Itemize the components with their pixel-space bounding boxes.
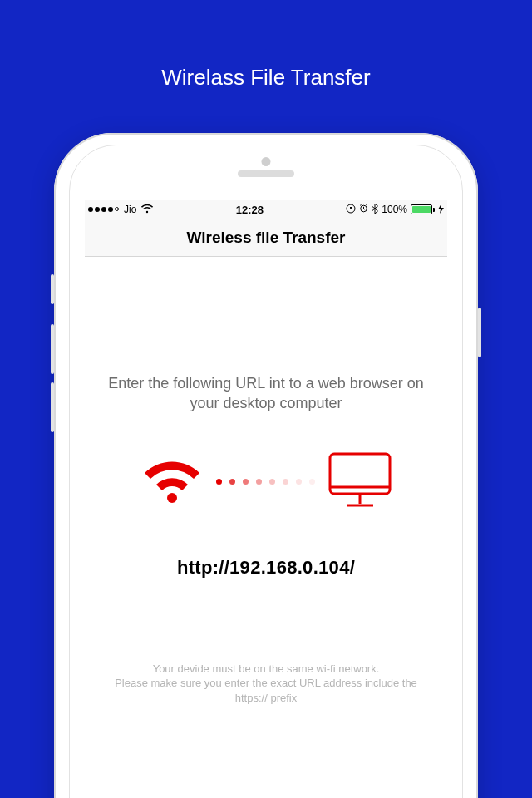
wifi-icon — [141, 204, 153, 216]
battery-icon — [411, 204, 435, 214]
speaker-grille — [238, 170, 294, 177]
monitor-icon — [327, 451, 393, 514]
front-camera — [262, 157, 271, 166]
carrier-label: Jio — [124, 204, 136, 215]
battery-percentage: 100% — [382, 204, 407, 215]
phone-frame: Jio 12:28 100% — [54, 133, 478, 798]
transfer-graphic — [103, 451, 429, 514]
mute-switch — [51, 274, 54, 304]
bluetooth-icon — [372, 204, 378, 216]
signal-strength-icon — [88, 207, 119, 212]
wifi-large-icon — [140, 455, 204, 510]
footnote-line1: Your devide must be on the same wi-fi ne… — [103, 662, 429, 677]
server-url: http://192.168.0.104/ — [103, 557, 429, 579]
progress-dots — [216, 479, 315, 485]
orientation-lock-icon — [346, 204, 356, 216]
power-button — [478, 308, 481, 357]
status-bar: Jio 12:28 100% — [85, 200, 447, 219]
nav-bar: Wireless file Transfer — [85, 219, 447, 257]
volume-up-button — [51, 324, 54, 374]
alarm-icon — [359, 204, 368, 215]
screen: Jio 12:28 100% — [85, 200, 447, 798]
status-time: 12:28 — [153, 204, 346, 216]
nav-title: Wireless file Transfer — [187, 229, 346, 247]
footnote-line2: Please make sure you enter the exact URL… — [103, 676, 429, 705]
page-title: Wirelass File Transfer — [0, 0, 532, 91]
charging-icon — [438, 204, 444, 216]
main-content: Enter the following URL int to a web bro… — [85, 373, 447, 705]
footnote: Your devide must be on the same wi-fi ne… — [103, 662, 429, 706]
volume-down-button — [51, 382, 54, 432]
instruction-text: Enter the following URL int to a web bro… — [103, 373, 429, 414]
